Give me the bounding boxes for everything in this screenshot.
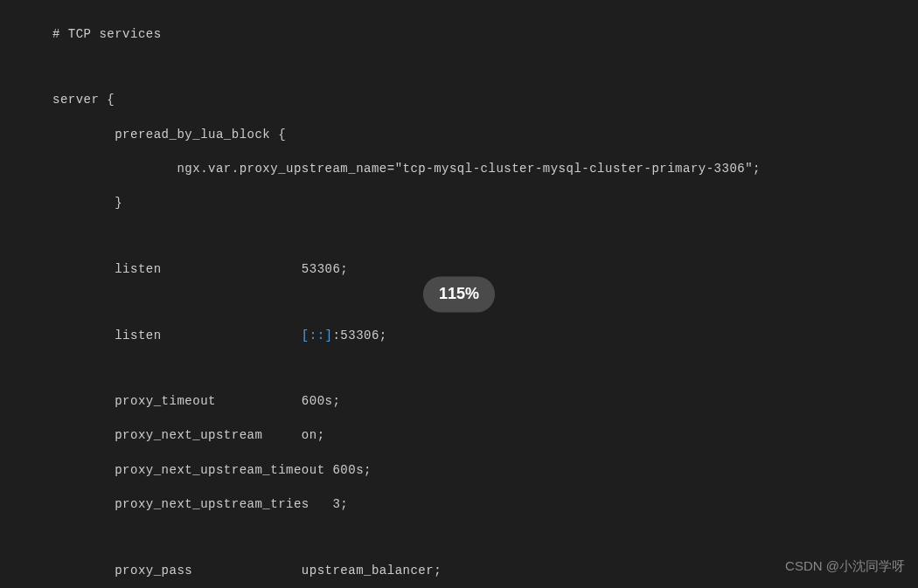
code-line: proxy_next_upstream_tries 3; xyxy=(17,496,901,514)
code-line xyxy=(17,530,901,545)
code-line: # TCP services xyxy=(17,26,901,44)
code-line: proxy_pass upstream_balancer; xyxy=(17,563,901,580)
zoom-indicator: 115% xyxy=(423,276,495,312)
code-text: listen xyxy=(52,329,302,342)
watermark: CSDN @小沈同学呀 xyxy=(785,557,905,575)
code-line xyxy=(17,362,901,377)
code-line: server { xyxy=(17,92,901,109)
code-line: preread_by_lua_block { xyxy=(17,127,901,144)
code-text: :53306; xyxy=(332,329,386,342)
code-line: listen [::]:53306; xyxy=(17,328,901,345)
code-line: proxy_next_upstream_timeout 600s; xyxy=(17,462,901,480)
code-line: } xyxy=(17,195,901,212)
ipv6-bracket: [::] xyxy=(302,329,333,342)
code-line: proxy_next_upstream on; xyxy=(17,427,901,445)
code-line xyxy=(17,60,901,75)
code-line: proxy_timeout 600s; xyxy=(17,393,901,411)
code-line xyxy=(17,229,901,244)
code-line: ngx.var.proxy_upstream_name="tcp-mysql-c… xyxy=(17,161,901,178)
